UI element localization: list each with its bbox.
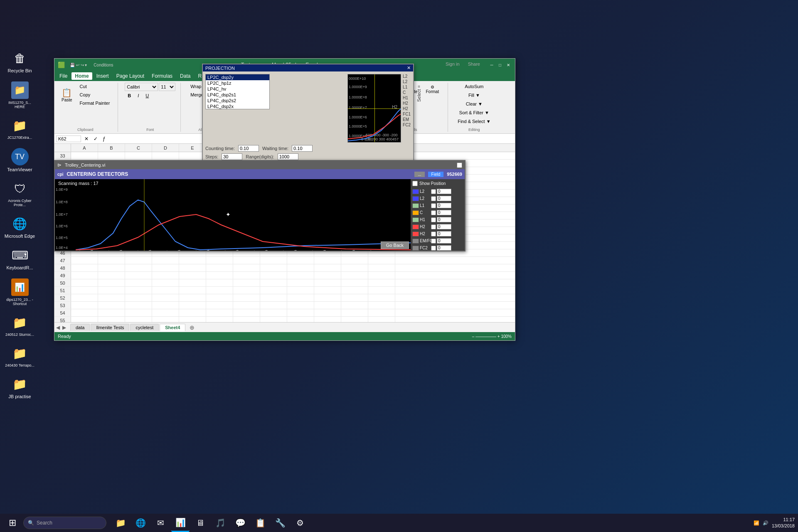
menu-data[interactable]: Data <box>177 72 194 80</box>
cell[interactable] <box>314 264 341 271</box>
range-input[interactable] <box>278 153 298 160</box>
cell[interactable] <box>233 272 260 279</box>
proj-item-lp4c-dsp2x[interactable]: LP4C_dsp2x <box>206 103 269 109</box>
cell[interactable] <box>125 287 152 294</box>
cell[interactable] <box>287 264 314 271</box>
cell[interactable] <box>125 317 152 322</box>
cell[interactable] <box>314 294 341 301</box>
signin-label[interactable]: Sign in <box>446 62 460 68</box>
cell[interactable] <box>341 302 368 309</box>
cell[interactable] <box>233 264 260 271</box>
cell[interactable] <box>179 309 206 316</box>
cell[interactable] <box>125 152 152 159</box>
menu-pagelayout[interactable]: Page Layout <box>113 72 148 80</box>
find-select-button[interactable]: Find & Select ▼ <box>455 118 493 125</box>
cell[interactable] <box>125 257 152 264</box>
format-painter-button[interactable]: Format Painter <box>77 99 113 107</box>
proj-item-lp2c-hp1z[interactable]: LP2C_hp1z <box>206 80 269 86</box>
cell[interactable] <box>98 302 125 309</box>
teamviewer-icon[interactable]: TV TeamViewer <box>4 148 35 172</box>
cell[interactable] <box>368 302 395 309</box>
projection-dropdown[interactable]: LP2C_dsp2y LP2C_hp1z LP4C_hv LP4C_dsp2s1… <box>205 74 270 109</box>
cell[interactable] <box>98 317 125 322</box>
cell[interactable] <box>287 309 314 316</box>
cell[interactable] <box>287 257 314 264</box>
font-size-select[interactable]: 11 <box>159 83 175 91</box>
cell[interactable] <box>206 294 233 301</box>
proj-item-lp4c-hv[interactable]: LP4C_hv <box>206 86 269 92</box>
cell[interactable] <box>98 287 125 294</box>
cell[interactable] <box>152 302 179 309</box>
projection-close[interactable]: ✕ <box>407 65 411 71</box>
edge-icon[interactable]: 🌐 Microsoft Edge <box>4 215 35 239</box>
cell[interactable] <box>341 279 368 286</box>
tab-cycletest[interactable]: cycletest <box>130 324 159 331</box>
tab-data[interactable]: data <box>70 324 90 331</box>
cell[interactable] <box>71 287 98 294</box>
cell[interactable] <box>152 152 179 159</box>
trolley-c-input[interactable] <box>437 210 451 215</box>
maximize-button[interactable]: □ <box>497 62 503 68</box>
cell[interactable] <box>152 317 179 322</box>
cell[interactable] <box>206 317 233 322</box>
cell[interactable] <box>368 317 395 322</box>
confirm-formula-button[interactable]: ✓ <box>92 136 99 142</box>
acronis-icon[interactable]: 🛡 Acronis Cyber Prote... <box>4 180 35 207</box>
cell[interactable] <box>287 287 314 294</box>
cell[interactable] <box>179 287 206 294</box>
trolley-emfc-check[interactable] <box>431 239 436 244</box>
dips1270-icon[interactable]: 📊 dips1270_23... - Shortcut <box>4 278 35 306</box>
cell[interactable] <box>125 309 152 316</box>
cell[interactable] <box>341 317 368 322</box>
taskbar-monitor[interactable]: 🖥 <box>191 514 209 532</box>
jc1270extra-icon[interactable]: 📁 JC1270Extra... <box>4 117 35 140</box>
cell[interactable] <box>152 272 179 279</box>
sheet-nav-right[interactable]: ▶ <box>62 325 66 330</box>
cell[interactable] <box>71 264 98 271</box>
cell[interactable] <box>260 302 287 309</box>
tab-ilmenite[interactable]: Ilmenite Tests <box>91 324 129 331</box>
cell[interactable] <box>71 302 98 309</box>
taskbar-mail[interactable]: ✉ <box>151 514 170 532</box>
name-box[interactable]: K62 <box>56 135 81 142</box>
cell[interactable] <box>233 317 260 322</box>
cell[interactable] <box>71 272 98 279</box>
underline-button[interactable]: U <box>143 92 152 99</box>
trolley-fc2-input[interactable] <box>437 245 451 251</box>
cell[interactable] <box>233 279 260 286</box>
cell[interactable] <box>341 264 368 271</box>
trolley-fc2-check[interactable] <box>431 246 436 251</box>
cell[interactable] <box>314 272 341 279</box>
cell[interactable] <box>233 257 260 264</box>
jb-practise-icon[interactable]: 📁 JB practise <box>4 376 35 399</box>
cell[interactable] <box>98 257 125 264</box>
cell[interactable] <box>233 309 260 316</box>
fill-button[interactable]: Fill ▼ <box>466 91 483 99</box>
cell[interactable] <box>179 294 206 301</box>
paste-button[interactable]: 📋 Paste <box>58 86 76 104</box>
cell[interactable] <box>71 309 98 316</box>
taskbar-chat[interactable]: 💬 <box>231 514 249 532</box>
taskbar-excel[interactable]: 📊 <box>171 514 190 532</box>
menu-home[interactable]: Home <box>71 72 92 80</box>
start-button[interactable]: ⊞ <box>3 514 22 532</box>
close-button[interactable]: ✕ <box>505 62 512 68</box>
cell[interactable] <box>125 279 152 286</box>
trolley-emfc-input[interactable] <box>437 238 451 244</box>
cell[interactable] <box>341 257 368 264</box>
autosum-button[interactable]: AutoSum <box>462 83 486 90</box>
cell[interactable] <box>287 294 314 301</box>
share-label[interactable]: Share <box>468 62 480 68</box>
cell[interactable] <box>179 317 206 322</box>
menu-formulas[interactable]: Formulas <box>148 72 176 80</box>
cell[interactable] <box>260 294 287 301</box>
cell[interactable] <box>98 294 125 301</box>
show-position-checkbox[interactable] <box>412 181 418 186</box>
cell[interactable] <box>260 264 287 271</box>
ims1270-icon[interactable]: 📁 IMS1270_S... HERE <box>4 81 35 109</box>
cell[interactable] <box>206 272 233 279</box>
field-button[interactable]: Field <box>428 172 444 177</box>
cell[interactable] <box>98 309 125 316</box>
cell[interactable] <box>314 279 341 286</box>
trolley-l1-check[interactable] <box>431 203 436 208</box>
